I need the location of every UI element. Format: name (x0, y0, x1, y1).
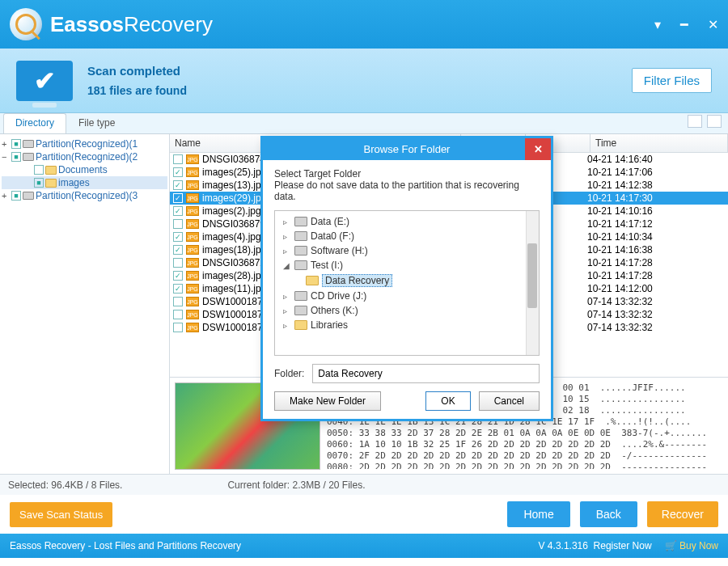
filter-files-button[interactable]: Filter Files (632, 68, 712, 93)
checkbox[interactable]: ✓ (173, 193, 183, 203)
checkbox[interactable]: ✓ (173, 245, 183, 255)
folder-tree[interactable]: ▹Data (E:)▹Data0 (F:)▹Software (H:)◢Test… (274, 210, 540, 356)
drive-icon (294, 260, 307, 270)
checkbox[interactable] (173, 219, 183, 229)
checkbox[interactable]: ✓ (173, 271, 183, 281)
drive-icon (294, 231, 307, 241)
checkbox[interactable] (173, 310, 183, 319)
folder-tree-item[interactable]: ▹Others (K:) (280, 303, 534, 318)
checkbox[interactable]: ✓ (173, 180, 183, 190)
jpg-icon: JPG (186, 154, 199, 164)
drive-icon (294, 306, 307, 315)
scan-banner: ✔ Scan completed 181 files are found Fil… (0, 49, 728, 113)
current-folder-status: Current folder: 2.3MB / 20 Files. (227, 479, 365, 491)
folder-label: Folder: (274, 368, 304, 379)
browse-for-folder-dialog: Browse For Folder ✕ Select Target Folder… (260, 136, 553, 421)
jpg-icon: JPG (186, 258, 199, 268)
drive-icon (294, 217, 307, 226)
folder-icon (294, 320, 307, 330)
drive-icon (294, 291, 307, 301)
jpg-icon: JPG (186, 167, 199, 177)
scan-status-title: Scan completed (87, 64, 187, 78)
ok-button[interactable]: OK (425, 391, 470, 411)
folder-tree-item[interactable]: ▹CD Drive (J:) (280, 289, 534, 303)
checkbox[interactable]: ✓ (173, 232, 183, 242)
drive-icon (23, 192, 34, 200)
checkbox[interactable]: ✓ (173, 206, 183, 216)
dialog-instruction-1: Select Target Folder (274, 168, 540, 180)
jpg-icon: JPG (186, 310, 199, 319)
scrollbar[interactable] (526, 211, 539, 355)
folder-tree-item[interactable]: ▹Libraries (280, 318, 534, 332)
checkbox[interactable] (173, 154, 183, 164)
action-row: Save Scan Status Home Back Recover (0, 495, 728, 534)
tree-item[interactable]: ■images (2, 176, 167, 189)
selected-status: Selected: 96.4KB / 8 Files. (8, 479, 122, 491)
recover-button[interactable]: Recover (647, 501, 718, 527)
checkbox[interactable] (173, 258, 183, 268)
monitor-icon: ✔ (16, 61, 73, 101)
cancel-button[interactable]: Cancel (479, 391, 540, 411)
jpg-icon: JPG (186, 271, 199, 281)
back-button[interactable]: Back (580, 501, 637, 527)
column-time[interactable]: Time (590, 134, 728, 152)
jpg-icon: JPG (186, 193, 199, 203)
checkbox[interactable] (173, 323, 183, 332)
directory-tree[interactable]: +■Partition(Recognized)(1−■Partition(Rec… (0, 134, 170, 474)
folder-icon (45, 166, 57, 175)
folder-icon (306, 276, 319, 285)
folder-icon (45, 179, 57, 188)
folder-tree-item[interactable]: ◢Test (I:) (280, 258, 534, 272)
status-bar: Selected: 96.4KB / 8 Files. Current fold… (0, 474, 728, 495)
cart-icon[interactable]: 🛒 Buy Now (665, 540, 718, 551)
minimize-icon[interactable]: ━ (680, 17, 688, 32)
make-new-folder-button[interactable]: Make New Folder (274, 391, 381, 411)
drive-icon (23, 140, 34, 148)
tab-directory[interactable]: Directory (3, 113, 66, 133)
dialog-instruction-2: Please do not save data to the partition… (274, 180, 540, 202)
folder-name-input[interactable] (312, 364, 540, 383)
tree-item[interactable]: +■Partition(Recognized)(3 (2, 189, 167, 202)
save-scan-status-button[interactable]: Save Scan Status (10, 502, 112, 527)
checkbox[interactable]: ✓ (173, 284, 183, 294)
jpg-icon: JPG (186, 219, 199, 229)
folder-tree-item[interactable]: ▹Data (E:) (280, 214, 534, 229)
jpg-icon: JPG (186, 323, 199, 332)
footer-bar: Eassos Recovery - Lost Files and Partiti… (0, 534, 728, 558)
folder-tree-item[interactable]: ▹Data0 (F:) (280, 229, 534, 243)
jpg-icon: JPG (186, 232, 199, 242)
app-name: EassosRecovery (50, 12, 213, 37)
scan-status-count: 181 files are found (87, 84, 187, 97)
title-bar: EassosRecovery ▾ ━ ✕ (0, 0, 728, 49)
jpg-icon: JPG (186, 180, 199, 190)
folder-tree-item[interactable]: Data Recovery (280, 272, 534, 289)
home-button[interactable]: Home (507, 501, 569, 527)
jpg-icon: JPG (186, 297, 199, 306)
jpg-icon: JPG (186, 245, 199, 255)
tree-item[interactable]: Documents (2, 163, 167, 176)
register-now-link[interactable]: Register Now (594, 540, 652, 551)
checkbox[interactable]: ✓ (173, 167, 183, 177)
close-icon[interactable]: ✕ (708, 17, 718, 32)
drive-icon (294, 246, 307, 256)
jpg-icon: JPG (186, 206, 199, 216)
buy-now-link[interactable]: Buy Now (679, 540, 718, 551)
menu-icon[interactable]: ▾ (654, 17, 661, 32)
tree-item[interactable]: +■Partition(Recognized)(1 (2, 137, 167, 150)
checkbox[interactable] (173, 297, 183, 306)
tree-item[interactable]: −■Partition(Recognized)(2 (2, 150, 167, 163)
app-logo-icon (10, 8, 42, 40)
drive-icon (23, 153, 34, 161)
tab-file-type[interactable]: File type (66, 113, 127, 133)
folder-tree-item[interactable]: ▹Software (H:) (280, 243, 534, 258)
thumbnails-view-icon[interactable] (688, 115, 702, 128)
dialog-close-button[interactable]: ✕ (525, 138, 551, 160)
list-view-icon[interactable] (707, 115, 722, 128)
dialog-title: Browse For Folder ✕ (263, 138, 551, 160)
jpg-icon: JPG (186, 284, 199, 294)
view-tabs: Directory File type (0, 113, 728, 134)
footer-tagline: Eassos Recovery - Lost Files and Partiti… (10, 540, 241, 551)
